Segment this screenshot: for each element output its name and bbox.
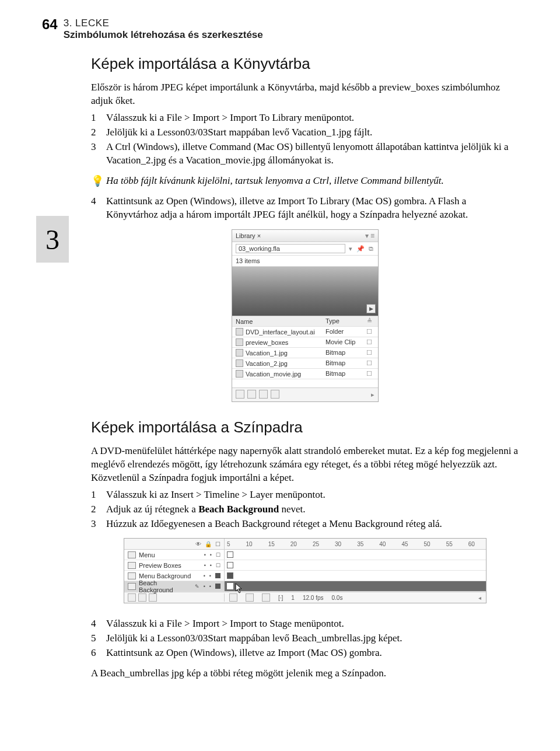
library-item-type: Bitmap <box>326 359 364 367</box>
preview-play-button[interactable]: ▶ <box>366 304 376 313</box>
library-item-type: Bitmap <box>326 370 364 378</box>
current-frame: 1 <box>291 595 295 601</box>
step-text: Válasszuk ki a File > Import > Import To… <box>106 111 519 125</box>
section-heading-2: Képek importálása a Színpadra <box>91 418 519 436</box>
step-text: Válasszuk ki a File > Import > Import to… <box>106 617 519 631</box>
timeline-track[interactable] <box>225 560 486 570</box>
step-item: 2Jelöljük ki a Lesson03/03Start mappában… <box>91 126 519 139</box>
ruler-tick: 10 <box>246 541 253 547</box>
eye-icon[interactable]: 👁 <box>195 541 201 547</box>
library-item[interactable]: Vacation_1.jpg Bitmap ☐ <box>232 348 378 358</box>
bitmap-icon <box>236 359 243 367</box>
new-layer-button[interactable] <box>128 593 136 602</box>
library-item-name: Vacation_movie.jpg <box>246 371 301 378</box>
library-right-icons[interactable]: ▾ 📌 ⧉ <box>349 245 374 253</box>
timeline-btn[interactable] <box>262 593 270 602</box>
scroll-right-icon[interactable]: ▸ <box>371 391 374 399</box>
step-item: 1Válasszuk ki az Insert > Timeline > Lay… <box>91 488 519 502</box>
library-tab-label[interactable]: Library × <box>236 232 261 239</box>
delete-layer-button[interactable] <box>149 593 157 602</box>
ruler-tick: 50 <box>424 541 430 547</box>
item-options-icon[interactable]: ☐ <box>364 359 374 367</box>
step-text: Húzzuk az Időegyenesen a Beach Backgroun… <box>106 518 519 531</box>
timeline-btn[interactable] <box>229 593 237 602</box>
library-file-dropdown[interactable]: 03_working.fla <box>236 244 345 253</box>
step-text: Válasszuk ki az Insert > Timeline > Laye… <box>106 488 519 502</box>
library-item-name: Vacation_2.jpg <box>246 360 288 367</box>
lock-icon[interactable]: 🔒 <box>205 541 212 547</box>
properties-button[interactable] <box>259 390 268 399</box>
timeline-layer-row-selected[interactable]: Beach Background✎•• <box>124 581 486 592</box>
library-item-name: preview_boxes <box>246 339 288 346</box>
step-item: 3A Ctrl (Windows), illetve Command (Mac … <box>91 141 519 167</box>
step-text: A Ctrl (Windows), illetve Command (Mac O… <box>106 141 519 167</box>
delete-button[interactable] <box>271 390 279 399</box>
page-header: 64 3. LECKE Szimbólumok létrehozása és s… <box>68 18 519 41</box>
step-text: Jelöljük ki a Lesson03/03Start mappában … <box>106 632 519 645</box>
layer-icon <box>128 551 136 558</box>
item-options-icon[interactable]: ☐ <box>364 338 374 346</box>
timeline-layer-row[interactable]: Menu••☐ <box>124 550 486 560</box>
timeline-track[interactable] <box>225 571 486 581</box>
step-item: 4Válasszuk ki a File > Import > Import t… <box>91 617 519 631</box>
timeline-track[interactable] <box>225 581 486 591</box>
step-item: 1Válasszuk ki a File > Import > Import T… <box>91 111 519 125</box>
outline-icon[interactable]: ☐ <box>215 541 220 547</box>
fps-label: 12.0 fps <box>303 595 324 601</box>
timeline-panel: 👁 🔒 ☐ 5 10 15 20 25 30 35 40 45 50 55 60 <box>124 538 487 603</box>
library-panel: Library × ▾ ≡ 03_working.fla ▾ 📌 ⧉ 13 it… <box>232 229 379 402</box>
layer-name: Menu <box>139 551 155 558</box>
ruler-tick: 30 <box>335 541 341 547</box>
step-text: Jelöljük ki a Lesson03/03Start mappában … <box>106 126 519 139</box>
library-item-type: Bitmap <box>326 349 364 357</box>
side-chapter-marker: 3 <box>36 216 69 263</box>
step-text: Adjuk az új rétegnek a Beach Background … <box>106 503 519 516</box>
bitmap-icon <box>236 349 243 357</box>
layer-icon <box>128 562 136 569</box>
step-text: Kattintsunk az Open (Windows), illetve a… <box>106 647 519 660</box>
layer-icon <box>128 572 136 579</box>
ruler-tick: 45 <box>401 541 408 547</box>
step-item: 2Adjuk az új rétegnek a Beach Background… <box>91 503 519 516</box>
timeline-footer-right: [·] 1 12.0 fps 0.0s ◂ <box>225 593 486 602</box>
library-item-name: DVD_interface_layout.ai <box>246 329 315 336</box>
item-options-icon[interactable]: ☐ <box>364 370 374 378</box>
col-sort-icon[interactable]: ≜ <box>364 317 374 325</box>
item-options-icon[interactable]: ☐ <box>364 328 374 336</box>
closing-paragraph: A Beach_umbrellas jpg kép a többi réteg … <box>91 667 519 680</box>
library-item-name: Vacation_1.jpg <box>246 350 288 357</box>
lesson-number: 3. LECKE <box>64 18 263 29</box>
col-name-header[interactable]: Name <box>236 317 326 325</box>
ruler-tick: 40 <box>379 541 386 547</box>
library-item[interactable]: DVD_interface_layout.ai Folder ☐ <box>232 327 378 337</box>
library-item[interactable]: Vacation_2.jpg Bitmap ☐ <box>232 358 378 369</box>
page-number: 64 <box>42 18 58 32</box>
section-heading-1: Képek importálása a Könyvtárba <box>91 55 519 73</box>
timeline-btn[interactable] <box>246 593 254 602</box>
cursor-icon <box>235 583 243 593</box>
item-options-icon[interactable]: ☐ <box>364 349 374 357</box>
panel-menu-icon[interactable]: ▾ ≡ <box>365 232 374 240</box>
ruler-tick: 55 <box>446 541 453 547</box>
library-columns-header[interactable]: Name Type ≜ <box>232 316 378 327</box>
lightbulb-icon: 💡 <box>91 174 106 186</box>
timeline-ruler[interactable]: 5 10 15 20 25 30 35 40 45 50 55 60 <box>225 539 486 549</box>
ruler-tick: 20 <box>290 541 297 547</box>
new-symbol-button[interactable] <box>236 390 244 399</box>
col-type-header[interactable]: Type <box>326 317 364 325</box>
timeline-layer-row[interactable]: Preview Boxes••☐ <box>124 560 486 571</box>
folder-icon <box>236 328 243 336</box>
layer-name: Beach Background <box>139 579 192 593</box>
ruler-tick: 5 <box>227 541 230 547</box>
library-preview: ▶ <box>232 267 378 316</box>
timeline-track[interactable] <box>225 550 486 560</box>
library-footer: ▸ <box>232 387 378 401</box>
new-folder-button[interactable] <box>138 593 146 602</box>
library-item[interactable]: preview_boxes Movie Clip ☐ <box>232 337 378 348</box>
step-item: 4Kattintsunk az Open (Windows), illetve … <box>91 195 519 222</box>
movieclip-icon <box>236 338 243 346</box>
ruler-tick: 15 <box>268 541 275 547</box>
library-item[interactable]: Vacation_movie.jpg Bitmap ☐ <box>232 369 378 379</box>
ruler-tick: 25 <box>313 541 319 547</box>
new-folder-button[interactable] <box>247 390 256 399</box>
